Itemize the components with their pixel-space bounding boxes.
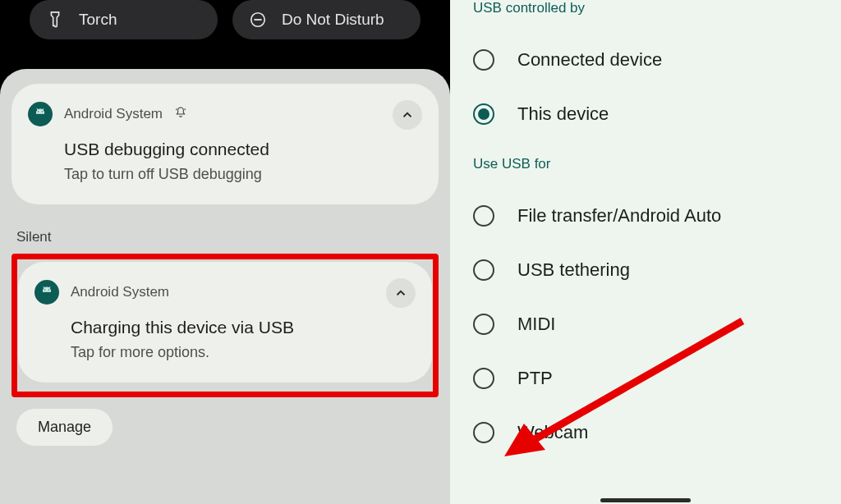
silent-notification-wrapper: Android System Charging this device via …	[11, 255, 439, 389]
silent-section-label: Silent	[16, 229, 439, 245]
notification-title: Charging this device via USB	[71, 318, 416, 337]
collapse-button[interactable]	[393, 100, 422, 130]
notification-title: USB debugging connected	[64, 140, 422, 159]
manage-button[interactable]: Manage	[16, 409, 113, 446]
option-label: Connected device	[517, 49, 662, 71]
radio-icon	[473, 422, 494, 443]
notification-header: Android System	[34, 280, 416, 305]
usb-controlled-by-title: USB controlled by	[473, 0, 821, 16]
app-name: Android System	[71, 284, 169, 300]
dnd-icon	[249, 11, 267, 29]
usb-charging-notification[interactable]: Android System Charging this device via …	[18, 262, 432, 383]
radio-icon	[473, 103, 494, 125]
radio-icon	[473, 368, 494, 389]
alerting-icon	[174, 106, 187, 122]
option-usb-tethering[interactable]: USB tethering	[473, 243, 821, 297]
notification-body: Tap to turn off USB debugging	[64, 166, 422, 183]
usb-debug-notification[interactable]: Android System USB debugging connected T…	[11, 84, 439, 204]
option-midi[interactable]: MIDI	[473, 297, 821, 351]
notification-header: Android System	[28, 102, 422, 126]
app-name: Android System	[64, 106, 163, 122]
torch-icon	[46, 11, 64, 29]
option-webcam[interactable]: Webcam	[473, 405, 821, 460]
option-label: File transfer/Android Auto	[517, 205, 721, 227]
torch-label: Torch	[79, 11, 117, 29]
collapse-button[interactable]	[386, 278, 416, 308]
svg-point-2	[38, 111, 39, 112]
android-icon	[34, 280, 59, 305]
option-label: PTP	[517, 368, 553, 389]
option-label: Webcam	[517, 422, 588, 443]
notifications-area: Android System USB debugging connected T…	[0, 69, 450, 504]
svg-point-3	[42, 111, 43, 112]
gesture-handle[interactable]	[600, 498, 691, 502]
radio-icon	[473, 259, 494, 281]
radio-icon	[473, 49, 494, 71]
quick-settings-row: Torch Do Not Disturb	[0, 0, 450, 48]
usb-preferences-panel: USB controlled by Connected device This …	[450, 0, 841, 504]
notification-shade: Torch Do Not Disturb Android System	[0, 0, 450, 504]
manage-label: Manage	[38, 419, 91, 435]
option-connected-device[interactable]: Connected device	[473, 33, 821, 87]
android-icon	[28, 102, 53, 126]
radio-icon	[473, 205, 494, 227]
radio-icon	[473, 314, 494, 335]
option-label: MIDI	[517, 314, 555, 335]
option-ptp[interactable]: PTP	[473, 351, 821, 405]
use-usb-for-title: Use USB for	[473, 156, 821, 172]
option-label: This device	[517, 103, 609, 125]
notification-body: Tap for more options.	[71, 344, 416, 361]
option-label: USB tethering	[517, 259, 630, 281]
option-file-transfer[interactable]: File transfer/Android Auto	[473, 189, 821, 243]
option-this-device[interactable]: This device	[473, 87, 821, 141]
torch-tile[interactable]: Torch	[30, 0, 218, 39]
svg-point-5	[48, 289, 49, 290]
dnd-tile[interactable]: Do Not Disturb	[232, 0, 420, 39]
dnd-label: Do Not Disturb	[282, 11, 384, 29]
svg-point-4	[44, 289, 45, 290]
